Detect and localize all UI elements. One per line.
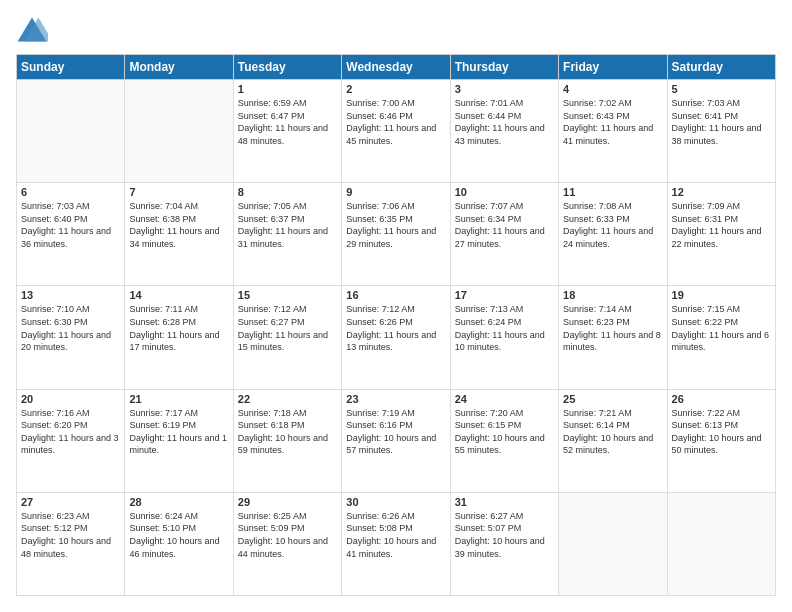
day-info: Sunrise: 7:17 AM Sunset: 6:19 PM Dayligh…: [129, 407, 228, 457]
day-number: 31: [455, 496, 554, 508]
calendar-cell: 29Sunrise: 6:25 AM Sunset: 5:09 PM Dayli…: [233, 492, 341, 595]
day-info: Sunrise: 6:26 AM Sunset: 5:08 PM Dayligh…: [346, 510, 445, 560]
day-number: 24: [455, 393, 554, 405]
day-info: Sunrise: 6:27 AM Sunset: 5:07 PM Dayligh…: [455, 510, 554, 560]
day-info: Sunrise: 7:07 AM Sunset: 6:34 PM Dayligh…: [455, 200, 554, 250]
day-number: 2: [346, 83, 445, 95]
header-row: SundayMondayTuesdayWednesdayThursdayFrid…: [17, 55, 776, 80]
calendar-cell: 6Sunrise: 7:03 AM Sunset: 6:40 PM Daylig…: [17, 183, 125, 286]
day-info: Sunrise: 7:05 AM Sunset: 6:37 PM Dayligh…: [238, 200, 337, 250]
calendar-cell: 9Sunrise: 7:06 AM Sunset: 6:35 PM Daylig…: [342, 183, 450, 286]
day-number: 9: [346, 186, 445, 198]
day-header-friday: Friday: [559, 55, 667, 80]
logo-icon: [16, 16, 48, 44]
calendar-cell: 8Sunrise: 7:05 AM Sunset: 6:37 PM Daylig…: [233, 183, 341, 286]
calendar-cell: 4Sunrise: 7:02 AM Sunset: 6:43 PM Daylig…: [559, 80, 667, 183]
day-header-wednesday: Wednesday: [342, 55, 450, 80]
calendar-cell: [125, 80, 233, 183]
day-number: 18: [563, 289, 662, 301]
day-number: 14: [129, 289, 228, 301]
day-header-saturday: Saturday: [667, 55, 775, 80]
day-number: 3: [455, 83, 554, 95]
day-number: 12: [672, 186, 771, 198]
calendar-cell: 28Sunrise: 6:24 AM Sunset: 5:10 PM Dayli…: [125, 492, 233, 595]
calendar-cell: 13Sunrise: 7:10 AM Sunset: 6:30 PM Dayli…: [17, 286, 125, 389]
day-header-thursday: Thursday: [450, 55, 558, 80]
calendar-cell: 27Sunrise: 6:23 AM Sunset: 5:12 PM Dayli…: [17, 492, 125, 595]
day-info: Sunrise: 7:20 AM Sunset: 6:15 PM Dayligh…: [455, 407, 554, 457]
day-info: Sunrise: 7:16 AM Sunset: 6:20 PM Dayligh…: [21, 407, 120, 457]
day-info: Sunrise: 7:03 AM Sunset: 6:40 PM Dayligh…: [21, 200, 120, 250]
calendar-cell: 21Sunrise: 7:17 AM Sunset: 6:19 PM Dayli…: [125, 389, 233, 492]
calendar-cell: 20Sunrise: 7:16 AM Sunset: 6:20 PM Dayli…: [17, 389, 125, 492]
calendar-cell: 23Sunrise: 7:19 AM Sunset: 6:16 PM Dayli…: [342, 389, 450, 492]
week-row-4: 27Sunrise: 6:23 AM Sunset: 5:12 PM Dayli…: [17, 492, 776, 595]
calendar-cell: 12Sunrise: 7:09 AM Sunset: 6:31 PM Dayli…: [667, 183, 775, 286]
day-info: Sunrise: 7:13 AM Sunset: 6:24 PM Dayligh…: [455, 303, 554, 353]
calendar-cell: [667, 492, 775, 595]
day-number: 20: [21, 393, 120, 405]
calendar-cell: [17, 80, 125, 183]
calendar-cell: 30Sunrise: 6:26 AM Sunset: 5:08 PM Dayli…: [342, 492, 450, 595]
day-info: Sunrise: 7:18 AM Sunset: 6:18 PM Dayligh…: [238, 407, 337, 457]
calendar-cell: [559, 492, 667, 595]
day-header-tuesday: Tuesday: [233, 55, 341, 80]
header: [16, 16, 776, 44]
day-info: Sunrise: 7:01 AM Sunset: 6:44 PM Dayligh…: [455, 97, 554, 147]
calendar-cell: 15Sunrise: 7:12 AM Sunset: 6:27 PM Dayli…: [233, 286, 341, 389]
calendar-cell: 1Sunrise: 6:59 AM Sunset: 6:47 PM Daylig…: [233, 80, 341, 183]
calendar-cell: 3Sunrise: 7:01 AM Sunset: 6:44 PM Daylig…: [450, 80, 558, 183]
day-number: 29: [238, 496, 337, 508]
day-info: Sunrise: 7:00 AM Sunset: 6:46 PM Dayligh…: [346, 97, 445, 147]
calendar-cell: 18Sunrise: 7:14 AM Sunset: 6:23 PM Dayli…: [559, 286, 667, 389]
day-info: Sunrise: 7:04 AM Sunset: 6:38 PM Dayligh…: [129, 200, 228, 250]
day-number: 15: [238, 289, 337, 301]
week-row-1: 6Sunrise: 7:03 AM Sunset: 6:40 PM Daylig…: [17, 183, 776, 286]
calendar-cell: 19Sunrise: 7:15 AM Sunset: 6:22 PM Dayli…: [667, 286, 775, 389]
day-number: 4: [563, 83, 662, 95]
calendar-cell: 24Sunrise: 7:20 AM Sunset: 6:15 PM Dayli…: [450, 389, 558, 492]
day-number: 22: [238, 393, 337, 405]
day-number: 10: [455, 186, 554, 198]
day-info: Sunrise: 7:09 AM Sunset: 6:31 PM Dayligh…: [672, 200, 771, 250]
day-info: Sunrise: 7:11 AM Sunset: 6:28 PM Dayligh…: [129, 303, 228, 353]
day-info: Sunrise: 6:24 AM Sunset: 5:10 PM Dayligh…: [129, 510, 228, 560]
day-number: 8: [238, 186, 337, 198]
calendar-cell: 25Sunrise: 7:21 AM Sunset: 6:14 PM Dayli…: [559, 389, 667, 492]
day-info: Sunrise: 7:22 AM Sunset: 6:13 PM Dayligh…: [672, 407, 771, 457]
week-row-0: 1Sunrise: 6:59 AM Sunset: 6:47 PM Daylig…: [17, 80, 776, 183]
page: SundayMondayTuesdayWednesdayThursdayFrid…: [0, 0, 792, 612]
calendar-cell: 17Sunrise: 7:13 AM Sunset: 6:24 PM Dayli…: [450, 286, 558, 389]
day-number: 27: [21, 496, 120, 508]
day-number: 23: [346, 393, 445, 405]
calendar-table: SundayMondayTuesdayWednesdayThursdayFrid…: [16, 54, 776, 596]
day-info: Sunrise: 7:19 AM Sunset: 6:16 PM Dayligh…: [346, 407, 445, 457]
calendar-cell: 16Sunrise: 7:12 AM Sunset: 6:26 PM Dayli…: [342, 286, 450, 389]
calendar-cell: 5Sunrise: 7:03 AM Sunset: 6:41 PM Daylig…: [667, 80, 775, 183]
day-info: Sunrise: 7:03 AM Sunset: 6:41 PM Dayligh…: [672, 97, 771, 147]
day-info: Sunrise: 6:59 AM Sunset: 6:47 PM Dayligh…: [238, 97, 337, 147]
calendar-cell: 11Sunrise: 7:08 AM Sunset: 6:33 PM Dayli…: [559, 183, 667, 286]
day-info: Sunrise: 7:02 AM Sunset: 6:43 PM Dayligh…: [563, 97, 662, 147]
day-number: 25: [563, 393, 662, 405]
day-number: 5: [672, 83, 771, 95]
week-row-2: 13Sunrise: 7:10 AM Sunset: 6:30 PM Dayli…: [17, 286, 776, 389]
day-number: 17: [455, 289, 554, 301]
day-number: 11: [563, 186, 662, 198]
logo: [16, 16, 52, 44]
day-number: 16: [346, 289, 445, 301]
calendar-cell: 2Sunrise: 7:00 AM Sunset: 6:46 PM Daylig…: [342, 80, 450, 183]
day-number: 19: [672, 289, 771, 301]
day-number: 7: [129, 186, 228, 198]
day-number: 13: [21, 289, 120, 301]
calendar-cell: 22Sunrise: 7:18 AM Sunset: 6:18 PM Dayli…: [233, 389, 341, 492]
day-info: Sunrise: 7:10 AM Sunset: 6:30 PM Dayligh…: [21, 303, 120, 353]
calendar-cell: 14Sunrise: 7:11 AM Sunset: 6:28 PM Dayli…: [125, 286, 233, 389]
calendar-cell: 26Sunrise: 7:22 AM Sunset: 6:13 PM Dayli…: [667, 389, 775, 492]
day-info: Sunrise: 7:08 AM Sunset: 6:33 PM Dayligh…: [563, 200, 662, 250]
day-number: 30: [346, 496, 445, 508]
day-number: 26: [672, 393, 771, 405]
day-info: Sunrise: 7:21 AM Sunset: 6:14 PM Dayligh…: [563, 407, 662, 457]
week-row-3: 20Sunrise: 7:16 AM Sunset: 6:20 PM Dayli…: [17, 389, 776, 492]
day-info: Sunrise: 7:12 AM Sunset: 6:27 PM Dayligh…: [238, 303, 337, 353]
